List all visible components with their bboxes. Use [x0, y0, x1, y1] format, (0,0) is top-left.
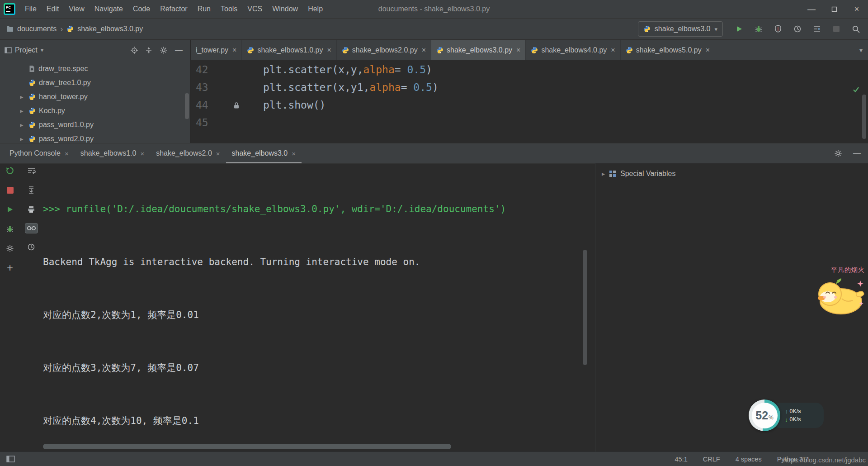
python-file-icon — [66, 25, 74, 33]
menu-navigate[interactable]: Navigate — [90, 0, 128, 18]
expand-chevron-icon[interactable]: ▸ — [18, 135, 25, 143]
hidden-tabs-icon[interactable]: ▾ — [859, 40, 863, 60]
gauge-percent: 52 — [755, 409, 768, 422]
console-horizontal-scrollbar[interactable] — [43, 444, 451, 449]
tree-item-draw-tree1[interactable]: draw_tree1.0.py — [0, 76, 190, 90]
tab-shake-elbows1[interactable]: shake_elbows1.0.py × — [242, 40, 336, 60]
tree-item-koch[interactable]: ▸ Koch.py — [0, 104, 190, 118]
profiler-button[interactable] — [792, 23, 803, 35]
breadcrumb-project[interactable]: doucuments — [17, 25, 57, 33]
show-variables-icon[interactable] — [25, 223, 38, 233]
menu-run[interactable]: Run — [193, 0, 216, 18]
expand-chevron-icon[interactable]: ▸ — [18, 107, 25, 114]
gutter-lock-icon — [233, 101, 240, 109]
debug-bug-icon[interactable] — [4, 223, 16, 235]
menu-refactor[interactable]: Refactor — [155, 0, 192, 18]
tree-item-draw-tree-spec[interactable]: draw_tree.spec — [0, 62, 190, 76]
close-tab-icon[interactable]: × — [706, 46, 710, 54]
tab-shake-elbows5[interactable]: shake_elbows5.0.py × — [621, 40, 715, 60]
scroll-to-end-icon[interactable] — [25, 184, 37, 196]
close-tab-icon[interactable]: × — [216, 150, 220, 157]
tab-console-shake-elbows1[interactable]: shake_elbows1.0 × — [75, 143, 150, 163]
python-file-icon — [28, 135, 36, 143]
caret-position[interactable]: 45:1 — [675, 456, 688, 463]
toggle-toolwindows-icon[interactable] — [6, 456, 15, 462]
search-everywhere-icon[interactable] — [850, 23, 862, 35]
close-window-icon[interactable]: × — [845, 0, 868, 18]
special-variables-header[interactable]: ▸ Special Variables — [595, 163, 868, 178]
console-vertical-scrollbar[interactable] — [583, 250, 587, 365]
menu-edit[interactable]: Edit — [42, 0, 64, 18]
settings-gear-icon[interactable] — [4, 243, 16, 254]
indent-setting[interactable]: 4 spaces — [736, 456, 762, 463]
stop-icon[interactable] — [4, 184, 16, 196]
print-icon[interactable] — [25, 204, 37, 215]
tree-item-pass-word2[interactable]: ▸ pass_word2.0.py — [0, 132, 190, 143]
breadcrumb: doucuments › shake_elbows3.0.py — [6, 25, 143, 33]
run-button[interactable] — [733, 23, 745, 35]
close-tab-icon[interactable]: × — [611, 46, 615, 54]
menu-tools[interactable]: Tools — [216, 0, 242, 18]
gear-icon[interactable] — [160, 46, 168, 54]
close-tab-icon[interactable]: × — [327, 46, 331, 54]
expand-chevron-icon[interactable]: ▸ — [18, 93, 25, 100]
hide-panel-icon[interactable]: — — [175, 46, 183, 55]
hide-panel-icon[interactable]: — — [853, 149, 861, 158]
tree-item-pass-word1[interactable]: ▸ pass_word1.0.py — [0, 118, 190, 132]
close-tab-icon[interactable]: × — [140, 150, 144, 157]
inspection-ok-icon[interactable] — [852, 86, 860, 93]
python-console: + >>> runfile('D:/.idea/doucuments/shake… — [0, 163, 595, 452]
menu-bar: File Edit View Navigate Code Refactor Ru… — [20, 0, 328, 18]
new-console-icon[interactable]: + — [4, 262, 16, 274]
editor-scrollbar[interactable] — [862, 95, 866, 139]
editor-tab-bar: i_tower.py × shake_elbows1.0.py × shake_… — [191, 40, 868, 60]
python-file-icon — [626, 47, 633, 54]
tab-python-console[interactable]: Python Console × — [4, 143, 75, 163]
rerun-icon[interactable] — [4, 165, 16, 176]
concurrency-button[interactable] — [811, 23, 823, 35]
console-output[interactable]: >>> runfile('D:/.idea/doucuments/shake_e… — [43, 165, 577, 466]
tab-console-shake-elbows3[interactable]: shake_elbows3.0 × — [226, 143, 302, 163]
tree-item-hanoi-tower[interactable]: ▸ hanoi_tower.py — [0, 90, 190, 104]
close-tab-icon[interactable]: × — [516, 46, 520, 54]
tab-console-shake-elbows2[interactable]: shake_elbows2.0 × — [150, 143, 226, 163]
chevron-down-icon[interactable]: ▾ — [41, 47, 44, 53]
soft-wrap-icon[interactable] — [25, 165, 37, 176]
close-tab-icon[interactable]: × — [65, 150, 69, 157]
tab-shake-elbows4[interactable]: shake_elbows4.0.py × — [526, 40, 620, 60]
locate-file-icon[interactable] — [131, 47, 138, 54]
tab-shake-elbows3[interactable]: shake_elbows3.0.py × — [431, 40, 526, 60]
debug-button[interactable] — [753, 23, 764, 35]
expand-chevron-icon[interactable]: ▸ — [18, 121, 25, 128]
close-tab-icon[interactable]: × — [232, 46, 236, 54]
close-tab-icon[interactable]: × — [422, 46, 426, 54]
sparkle-icon — [859, 301, 863, 306]
menu-window[interactable]: Window — [267, 0, 303, 18]
history-clock-icon[interactable] — [25, 241, 37, 253]
run-configuration-select[interactable]: shake_elbows3.0 ▾ — [638, 21, 723, 37]
close-tab-icon[interactable]: × — [292, 150, 296, 157]
execute-icon[interactable] — [4, 204, 16, 215]
menu-vcs[interactable]: VCS — [242, 0, 267, 18]
collapse-all-icon[interactable] — [145, 47, 152, 54]
tab-i-tower[interactable]: i_tower.py × — [191, 40, 242, 60]
menu-file[interactable]: File — [20, 0, 42, 18]
menu-view[interactable]: View — [64, 0, 89, 18]
project-scrollbar[interactable] — [185, 93, 189, 119]
breadcrumb-file[interactable]: shake_elbows3.0.py — [77, 25, 143, 33]
python-file-icon — [342, 47, 349, 54]
coverage-button[interactable] — [772, 23, 784, 35]
maximize-window-icon[interactable] — [823, 0, 845, 18]
line-ending[interactable]: CRLF — [703, 456, 720, 463]
gear-icon[interactable] — [834, 149, 842, 157]
expand-chevron-icon[interactable]: ▸ — [602, 170, 605, 177]
python-file-icon — [247, 47, 254, 54]
network-speed-widget: ↑ 0K/s ↓ 0K/s 52 % — [749, 399, 826, 432]
menu-help[interactable]: Help — [303, 0, 328, 18]
project-title[interactable]: Project — [15, 46, 38, 54]
code-editor[interactable]: 42 plt.scatter(x,y,alpha= 0.5) 43 plt.sc… — [191, 60, 868, 144]
minimize-window-icon[interactable]: — — [800, 0, 823, 18]
menu-code[interactable]: Code — [128, 0, 155, 18]
run-configuration-label: shake_elbows3.0 — [655, 25, 711, 33]
tab-shake-elbows2[interactable]: shake_elbows2.0.py × — [337, 40, 431, 60]
